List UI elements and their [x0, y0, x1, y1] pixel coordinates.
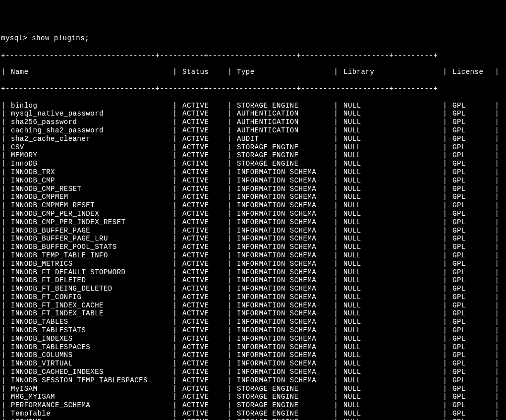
- pipe: |: [1, 260, 6, 268]
- table-row: | INNODB_CMP_PER_INDEX_RESET| ACTIVE| IN…: [1, 218, 505, 227]
- table-row: | INNODB_TEMP_TABLE_INFO| ACTIVE| INFORM…: [1, 251, 505, 260]
- pipe: |: [172, 160, 177, 168]
- cell-license: GPL: [452, 168, 495, 177]
- cell-status: ACTIVE: [182, 301, 227, 310]
- pipe: |: [227, 151, 232, 160]
- pipe: |: [1, 160, 6, 168]
- pipe: |: [227, 251, 232, 260]
- cell-type: INFORMATION SCHEMA: [237, 368, 334, 376]
- pipe: |: [227, 235, 232, 243]
- pipe: |: [334, 351, 338, 360]
- pipe: |: [334, 235, 338, 243]
- cell-license: GPL: [452, 393, 495, 401]
- table-row: | INNODB_FT_BEING_DELETED| ACTIVE| INFOR…: [1, 285, 505, 293]
- pipe: |: [172, 343, 177, 352]
- table-row: | INNODB_FT_CONFIG| ACTIVE| INFORMATION …: [1, 293, 505, 301]
- pipe: |: [227, 343, 232, 352]
- cell-status: ACTIVE: [182, 102, 227, 110]
- pipe: |: [1, 118, 6, 126]
- pipe: |: [227, 185, 232, 193]
- pipe: |: [1, 393, 6, 401]
- cell-library: NULL: [343, 318, 443, 326]
- pipe: |: [495, 135, 500, 143]
- cell-type: INFORMATION SCHEMA: [237, 360, 334, 368]
- cell-library: NULL: [343, 260, 443, 268]
- pipe: |: [172, 401, 177, 410]
- cell-name: INNODB_CMP_RESET: [11, 185, 172, 193]
- header-type: Type: [237, 68, 334, 76]
- pipe: |: [172, 393, 177, 401]
- cell-license: GPL: [452, 177, 495, 185]
- pipe: |: [443, 268, 448, 277]
- pipe: |: [334, 185, 338, 193]
- cell-library: NULL: [343, 227, 443, 235]
- pipe: |: [495, 160, 500, 168]
- cell-type: INFORMATION SCHEMA: [237, 285, 334, 293]
- cell-license: GPL: [452, 351, 495, 360]
- cell-status: ACTIVE: [182, 410, 227, 418]
- cell-name: INNODB_TEMP_TABLE_INFO: [11, 251, 172, 260]
- cell-name: sha2_cache_cleaner: [11, 135, 172, 143]
- pipe: |: [227, 401, 232, 410]
- pipe: |: [334, 143, 338, 152]
- cell-type: INFORMATION SCHEMA: [237, 235, 334, 243]
- cell-status: ACTIVE: [182, 185, 227, 193]
- pipe: |: [1, 351, 6, 360]
- cell-type: AUTHENTICATION: [237, 110, 334, 118]
- cell-status: ACTIVE: [182, 293, 227, 301]
- pipe: |: [1, 293, 6, 301]
- table-row: | INNODB_CMPMEM| ACTIVE| INFORMATION SCH…: [1, 193, 505, 201]
- cell-library: NULL: [343, 418, 443, 420]
- cell-name: INNODB_TRX: [11, 168, 172, 177]
- cell-name: caching_sha2_password: [11, 126, 172, 135]
- pipe: |: [334, 285, 338, 293]
- pipe: |: [227, 318, 232, 326]
- pipe: |: [172, 326, 177, 335]
- cell-library: NULL: [343, 410, 443, 418]
- sql-prompt[interactable]: mysql> show plugins;: [1, 34, 505, 43]
- pipe: |: [443, 285, 448, 293]
- pipe: |: [334, 135, 338, 143]
- cell-status: ACTIVE: [182, 235, 227, 243]
- cell-type: INFORMATION SCHEMA: [237, 210, 334, 218]
- pipe: |: [334, 227, 338, 235]
- cell-library: NULL: [343, 102, 443, 110]
- pipe: |: [443, 326, 448, 335]
- pipe: |: [495, 218, 500, 227]
- cell-license: GPL: [452, 251, 495, 260]
- cell-license: GPL: [452, 118, 495, 126]
- pipe: |: [495, 401, 500, 410]
- cell-library: NULL: [343, 401, 443, 410]
- table-row: | sha256_password| ACTIVE| AUTHENTICATIO…: [1, 118, 505, 126]
- pipe: |: [495, 360, 500, 368]
- pipe: |: [1, 335, 6, 343]
- cell-license: GPL: [452, 301, 495, 310]
- cell-type: STORAGE ENGINE: [237, 393, 334, 401]
- cell-type: STORAGE ENGINE: [237, 160, 334, 168]
- table-body: | binlog| ACTIVE| STORAGE ENGINE| NULL| …: [1, 102, 505, 420]
- pipe: |: [443, 385, 448, 393]
- pipe: |: [443, 351, 448, 360]
- pipe: |: [1, 110, 6, 118]
- cell-name: ARCHIVE: [11, 418, 172, 420]
- pipe: |: [495, 126, 500, 135]
- cell-name: INNODB_COLUMNS: [11, 351, 172, 360]
- cell-library: NULL: [343, 235, 443, 243]
- pipe: |: [443, 168, 448, 177]
- cell-name: INNODB_TABLESTATS: [11, 326, 172, 335]
- cell-status: ACTIVE: [182, 418, 227, 420]
- pipe: |: [1, 401, 6, 410]
- pipe: |: [1, 151, 6, 160]
- pipe: |: [334, 301, 338, 310]
- cell-license: GPL: [452, 368, 495, 376]
- header-status: Status: [182, 68, 227, 76]
- pipe: |: [172, 318, 177, 326]
- pipe: |: [172, 168, 177, 177]
- cell-status: ACTIVE: [182, 126, 227, 135]
- cell-type: AUTHENTICATION: [237, 118, 334, 126]
- cell-name: CSV: [11, 143, 172, 152]
- pipe: |: [172, 376, 177, 385]
- table-border-top: +----------------------------------+----…: [1, 52, 505, 60]
- cell-name: InnoDB: [11, 160, 172, 168]
- pipe: |: [495, 210, 500, 218]
